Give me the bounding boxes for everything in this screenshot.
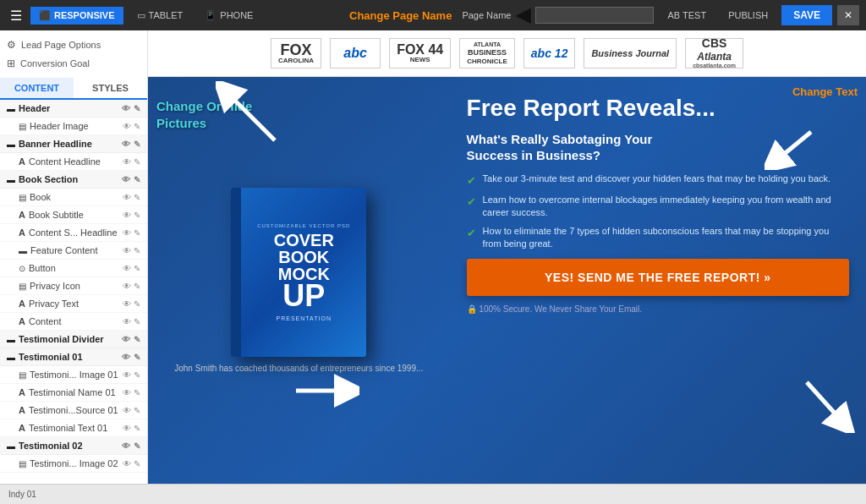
testimonial-name-01-label: Testimonial Name 01: [29, 387, 116, 397]
sidebar-section-testimonial-02[interactable]: ▬ Testimonial 02 👁 ✎: [0, 437, 147, 455]
phone-button[interactable]: 📱 PHONE: [196, 7, 261, 25]
toggle-icon-5: ▬: [7, 353, 15, 362]
sidebar-section-testimonial-divider[interactable]: ▬ Testimonial Divider 👁 ✎: [0, 331, 147, 348]
book-caption: John Smith has coached thousands of entr…: [174, 364, 423, 373]
book-presentation-text: PRESENTATION: [277, 315, 332, 321]
text-icon-5: A: [19, 316, 25, 326]
eye-icon-9[interactable]: 👁: [123, 246, 131, 255]
sidebar-item-privacy-icon[interactable]: ▤ Privacy Icon 👁 ✎: [0, 277, 147, 295]
sidebar-item-feature-content[interactable]: ▬ Feature Content 👁 ✎: [0, 242, 147, 260]
edit-icon-15[interactable]: ✎: [134, 353, 140, 362]
edit-icon-14[interactable]: ✎: [134, 335, 140, 344]
button-icon: ⊙: [19, 264, 25, 273]
responsive-label: RESPONSIVE: [54, 10, 115, 20]
eye-icon-6[interactable]: 👁: [123, 193, 131, 202]
sidebar-item-content[interactable]: A Content 👁 ✎: [0, 313, 147, 331]
edit-icon-8[interactable]: ✎: [134, 228, 140, 238]
eye-icon-14[interactable]: 👁: [122, 335, 130, 344]
eye-icon-2[interactable]: 👁: [123, 122, 131, 131]
lead-page-options[interactable]: ⚙ Lead Page Options: [7, 36, 140, 54]
sidebar-item-book[interactable]: ▤ Book 👁 ✎: [0, 189, 147, 206]
sidebar-section-banner[interactable]: ▬ Banner Headline 👁 ✎: [0, 135, 147, 153]
eye-icon-16[interactable]: 👁: [123, 370, 131, 380]
edit-icon-20[interactable]: ✎: [134, 441, 140, 451]
conversion-goal[interactable]: ⊞ Conversion Goal: [7, 54, 140, 73]
eye-icon-10[interactable]: 👁: [123, 264, 131, 273]
sidebar: ⚙ Lead Page Options ⊞ Conversion Goal CO…: [0, 30, 148, 484]
testimoni-source-01-label: Testimoni...Source 01: [29, 405, 118, 415]
close-button[interactable]: ✕: [837, 5, 859, 25]
check-icon-3: ✔: [467, 226, 476, 241]
toggle-icon-6: ▬: [7, 441, 15, 451]
edit-icon-11[interactable]: ✎: [134, 282, 140, 291]
publish-button[interactable]: PUBLISH: [720, 7, 776, 24]
eye-icon-7[interactable]: 👁: [123, 211, 131, 220]
sidebar-item-testimonial-name-01[interactable]: A Testimonial Name 01 👁 ✎: [0, 384, 147, 402]
edit-icon-3[interactable]: ✎: [134, 140, 140, 149]
sidebar-item-button[interactable]: ⊙ Button 👁 ✎: [0, 260, 147, 277]
toggle-icon-2: ▬: [7, 140, 15, 149]
eye-icon-13[interactable]: 👁: [123, 317, 131, 326]
edit-icon-21[interactable]: ✎: [134, 459, 140, 468]
edit-icon-13[interactable]: ✎: [134, 317, 140, 326]
edit-icon-5[interactable]: ✎: [134, 175, 140, 184]
sidebar-section-header[interactable]: ▬ Header 👁 ✎: [0, 100, 147, 118]
sidebar-item-testimonial-text-01[interactable]: A Testimonial Text 01 👁 ✎: [0, 419, 147, 437]
responsive-button[interactable]: ⬛ RESPONSIVE: [30, 7, 123, 25]
image-icon-2: ▤: [19, 370, 26, 380]
arrow-down-right-svg: [798, 374, 858, 433]
eye-icon-4[interactable]: 👁: [123, 157, 131, 167]
sidebar-item-testimoni-image-01[interactable]: ▤ Testimoni... Image 01 👁 ✎: [0, 366, 147, 384]
sidebar-item-header-image[interactable]: ▤ Header Image 👁 ✎: [0, 118, 147, 135]
testimonial-01-label: Testimonial 01: [19, 352, 83, 362]
image-icon-3: ▤: [19, 459, 26, 468]
tab-content[interactable]: CONTENT: [0, 78, 74, 98]
tab-styles[interactable]: STYLES: [74, 78, 147, 98]
eye-icon-3[interactable]: 👁: [122, 140, 130, 149]
edit-icon-17[interactable]: ✎: [134, 388, 140, 397]
sidebar-item-content-headline[interactable]: A Content Headline 👁 ✎: [0, 153, 147, 171]
sidebar-item-book-subtitle[interactable]: A Book Subtitle 👁 ✎: [0, 206, 147, 224]
eye-icon-12[interactable]: 👁: [123, 299, 131, 309]
sidebar-item-testimoni-source-01[interactable]: A Testimoni...Source 01 👁 ✎: [0, 402, 147, 419]
page-name-input[interactable]: [535, 7, 654, 24]
edit-icon-9[interactable]: ✎: [134, 246, 140, 255]
eye-icon-19[interactable]: 👁: [123, 424, 131, 433]
toggle-icon-4: ▬: [7, 335, 15, 344]
sidebar-item-testimoni-image-02[interactable]: ▤ Testimoni... Image 02 👁 ✎: [0, 455, 147, 473]
edit-icon[interactable]: ✎: [134, 104, 140, 113]
edit-icon-19[interactable]: ✎: [134, 424, 140, 433]
eye-icon-20[interactable]: 👁: [122, 441, 130, 451]
ab-test-button[interactable]: AB TEST: [659, 7, 715, 24]
sidebar-item-content-s-headline[interactable]: A Content S... Headline 👁 ✎: [0, 224, 147, 242]
edit-icon-7[interactable]: ✎: [134, 211, 140, 220]
eye-icon-18[interactable]: 👁: [123, 406, 131, 415]
edit-icon-12[interactable]: ✎: [134, 299, 140, 309]
sidebar-item-privacy-text[interactable]: A Privacy Text 👁 ✎: [0, 295, 147, 313]
bullet-list: ✔ Take our 3-minute test and discover yo…: [467, 173, 849, 251]
edit-icon-10[interactable]: ✎: [134, 264, 140, 273]
eye-icon-8[interactable]: 👁: [123, 228, 131, 238]
edit-icon-18[interactable]: ✎: [134, 406, 140, 415]
eye-icon-11[interactable]: 👁: [123, 282, 131, 291]
eye-icon[interactable]: 👁: [122, 104, 130, 113]
main-headline: Free Report Reveals...: [467, 94, 849, 123]
save-button[interactable]: SAVE: [781, 5, 832, 25]
toggle-icon: ▬: [7, 104, 15, 113]
menu-icon[interactable]: ☰: [7, 8, 25, 24]
sidebar-section-testimonial-01[interactable]: ▬ Testimonial 01 👁 ✎: [0, 348, 147, 366]
eye-icon-21[interactable]: 👁: [123, 459, 131, 468]
eye-icon-5[interactable]: 👁: [122, 175, 130, 184]
cta-button[interactable]: YES! SEND ME THE FREE REPORT! »: [467, 259, 849, 296]
tablet-button[interactable]: ▭ TABLET: [129, 7, 192, 25]
edit-icon-16[interactable]: ✎: [134, 370, 140, 380]
svg-line-5: [773, 132, 811, 163]
edit-icon-6[interactable]: ✎: [134, 193, 140, 202]
eye-icon-17[interactable]: 👁: [123, 388, 131, 397]
button-label: Button: [29, 263, 56, 273]
sidebar-tabs: CONTENT STYLES: [0, 78, 147, 100]
eye-icon-15[interactable]: 👁: [122, 353, 130, 362]
edit-icon-2[interactable]: ✎: [134, 122, 140, 131]
edit-icon-4[interactable]: ✎: [134, 157, 140, 167]
sidebar-section-book[interactable]: ▬ Book Section 👁 ✎: [0, 171, 147, 189]
